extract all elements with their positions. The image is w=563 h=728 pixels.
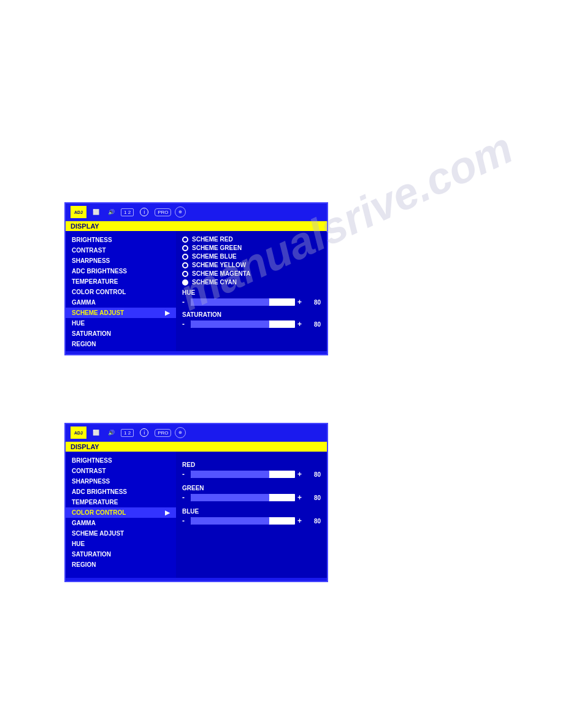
menu-item-region-1[interactable]: REGION bbox=[66, 339, 176, 349]
scheme-red-option[interactable]: SCHEME RED bbox=[182, 236, 321, 243]
adj-label-2: ADJ bbox=[74, 431, 83, 435]
color-control-arrow-2: ▶ bbox=[165, 509, 170, 516]
scheme-blue-label: SCHEME BLUE bbox=[192, 253, 237, 260]
scheme-magenta-option[interactable]: SCHEME MAGENTA bbox=[182, 270, 321, 277]
saturation-plus[interactable]: + bbox=[297, 320, 304, 328]
scheme-cyan-option[interactable]: SCHEME CYAN bbox=[182, 279, 321, 286]
menu-item-contrast-2[interactable]: CONTRAST bbox=[66, 466, 176, 476]
adj-icon-box-2[interactable]: ADJ bbox=[71, 427, 86, 439]
blue-track[interactable] bbox=[191, 517, 295, 525]
panel2-content: BRIGHTNESS CONTRAST SHARPNESS ADC BRIGHT… bbox=[66, 452, 327, 578]
menu-item-gamma-2[interactable]: GAMMA bbox=[66, 518, 176, 528]
menu-item-saturation-2[interactable]: SATURATION bbox=[66, 549, 176, 559]
menu-item-brightness-2[interactable]: BRIGHTNESS bbox=[66, 455, 176, 466]
saturation-slider-row[interactable]: - + 80 bbox=[182, 320, 321, 328]
saturation-minus[interactable]: - bbox=[182, 320, 188, 328]
hue-slider-section: HUE - + 80 bbox=[182, 289, 321, 306]
saturation-label: SATURATION bbox=[182, 311, 321, 318]
scheme-red-radio[interactable] bbox=[182, 237, 188, 243]
red-track[interactable] bbox=[191, 471, 295, 478]
green-plus[interactable]: + bbox=[297, 493, 304, 502]
scheme-green-label: SCHEME GREEN bbox=[192, 245, 242, 251]
multi-disp-icon[interactable]: 1 2 bbox=[121, 208, 134, 216]
panel-bottom: ADJ ⬜ 🔊 1 2 i PRO ⊕ DISPLAY BRIGHTNESS C… bbox=[64, 423, 328, 582]
red-plus[interactable]: + bbox=[297, 470, 304, 479]
panel-top: ADJ ⬜ 🔊 1 2 i PRO ⊕ DISPLAY BRIGHTNESS C… bbox=[64, 202, 328, 355]
blue-minus[interactable]: - bbox=[182, 517, 188, 525]
multi-disp-icon-2[interactable]: 1 2 bbox=[121, 429, 134, 437]
menu-item-brightness-1[interactable]: BRIGHTNESS bbox=[66, 235, 176, 245]
red-label: RED bbox=[182, 461, 321, 468]
left-menu-1: BRIGHTNESS CONTRAST SHARPNESS ADC BRIGHT… bbox=[66, 231, 176, 351]
blue-slider-section: BLUE - + 80 bbox=[182, 508, 321, 525]
scheme-yellow-radio[interactable] bbox=[182, 262, 188, 268]
menu-item-adc-2[interactable]: ADC BRIGHTNESS bbox=[66, 487, 176, 497]
info-icon: i bbox=[137, 207, 151, 218]
menu-item-scheme-adjust-1[interactable]: SCHEME ADJUST ▶ bbox=[66, 308, 176, 318]
menu-item-color-control-2[interactable]: COLOR CONTROL ▶ bbox=[66, 507, 176, 518]
menu-item-saturation-1[interactable]: SATURATION bbox=[66, 328, 176, 339]
hue-minus[interactable]: - bbox=[182, 298, 188, 306]
scheme-blue-option[interactable]: SCHEME BLUE bbox=[182, 253, 321, 260]
display-label-2: DISPLAY bbox=[66, 442, 327, 452]
menu-item-sharpness-2[interactable]: SHARPNESS bbox=[66, 476, 176, 487]
green-track[interactable] bbox=[191, 494, 295, 501]
menu-item-gamma-1[interactable]: GAMMA bbox=[66, 297, 176, 308]
scheme-yellow-option[interactable]: SCHEME YELLOW bbox=[182, 262, 321, 268]
red-minus[interactable]: - bbox=[182, 470, 188, 479]
top-nav-bar-1: ADJ ⬜ 🔊 1 2 i PRO ⊕ bbox=[66, 203, 327, 221]
audio-icon-2: 🔊 bbox=[105, 428, 117, 437]
menu-item-temperature-1[interactable]: TEMPERATURE bbox=[66, 276, 176, 287]
saturation-track[interactable] bbox=[191, 320, 295, 328]
menu-item-adc-1[interactable]: ADC BRIGHTNESS bbox=[66, 266, 176, 276]
quick-icon[interactable]: ⊕ bbox=[175, 207, 186, 218]
pro-icon-2[interactable]: PRO bbox=[155, 429, 171, 437]
panel1-right-content: SCHEME RED SCHEME GREEN SCHEME BLUE SCHE… bbox=[176, 231, 327, 351]
green-value: 80 bbox=[306, 495, 321, 501]
hue-plus[interactable]: + bbox=[297, 298, 304, 306]
audio-icon: 🔊 bbox=[105, 208, 117, 216]
pro-icon[interactable]: PRO bbox=[155, 208, 171, 216]
menu-item-color-control-1[interactable]: COLOR CONTROL bbox=[66, 287, 176, 297]
red-slider-row[interactable]: - + 80 bbox=[182, 470, 321, 479]
red-value: 80 bbox=[306, 471, 321, 478]
blue-fill bbox=[191, 517, 269, 525]
red-fill bbox=[191, 471, 269, 478]
red-slider-section: RED - + 80 bbox=[182, 461, 321, 479]
menu-item-region-2[interactable]: REGION bbox=[66, 559, 176, 570]
blue-value: 80 bbox=[306, 518, 321, 525]
blue-slider-row[interactable]: - + 80 bbox=[182, 517, 321, 525]
monitor-icon: ⬜ bbox=[90, 208, 102, 216]
adj-icon-box[interactable]: ADJ bbox=[71, 206, 86, 218]
quick-icon-2[interactable]: ⊕ bbox=[175, 427, 186, 438]
scheme-red-label: SCHEME RED bbox=[192, 236, 233, 243]
scheme-blue-radio[interactable] bbox=[182, 254, 188, 260]
scheme-adjust-arrow-1: ▶ bbox=[165, 309, 170, 316]
hue-fill bbox=[191, 298, 269, 306]
green-minus[interactable]: - bbox=[182, 493, 188, 502]
menu-item-hue-1[interactable]: HUE bbox=[66, 318, 176, 328]
display-label-1: DISPLAY bbox=[66, 221, 327, 231]
menu-item-sharpness-1[interactable]: SHARPNESS bbox=[66, 256, 176, 266]
left-menu-2: BRIGHTNESS CONTRAST SHARPNESS ADC BRIGHT… bbox=[66, 452, 176, 578]
green-slider-row[interactable]: - + 80 bbox=[182, 493, 321, 502]
green-fill bbox=[191, 494, 269, 501]
panel1-content: BRIGHTNESS CONTRAST SHARPNESS ADC BRIGHT… bbox=[66, 231, 327, 351]
scheme-magenta-radio[interactable] bbox=[182, 271, 188, 277]
blue-label: BLUE bbox=[182, 508, 321, 515]
scheme-green-option[interactable]: SCHEME GREEN bbox=[182, 245, 321, 251]
menu-item-scheme-adjust-2[interactable]: SCHEME ADJUST bbox=[66, 528, 176, 539]
green-label: GREEN bbox=[182, 485, 321, 491]
hue-track[interactable] bbox=[191, 298, 295, 306]
adj-label: ADJ bbox=[74, 210, 83, 214]
menu-item-contrast-1[interactable]: CONTRAST bbox=[66, 245, 176, 256]
scheme-cyan-radio[interactable] bbox=[182, 279, 188, 286]
info-icon-2: i bbox=[137, 427, 151, 438]
scheme-green-radio[interactable] bbox=[182, 245, 188, 251]
saturation-fill bbox=[191, 320, 269, 328]
menu-item-temperature-2[interactable]: TEMPERATURE bbox=[66, 497, 176, 507]
menu-item-hue-2[interactable]: HUE bbox=[66, 539, 176, 549]
blue-plus[interactable]: + bbox=[297, 517, 304, 525]
hue-slider-row[interactable]: - + 80 bbox=[182, 298, 321, 306]
scheme-cyan-label: SCHEME CYAN bbox=[192, 279, 237, 286]
